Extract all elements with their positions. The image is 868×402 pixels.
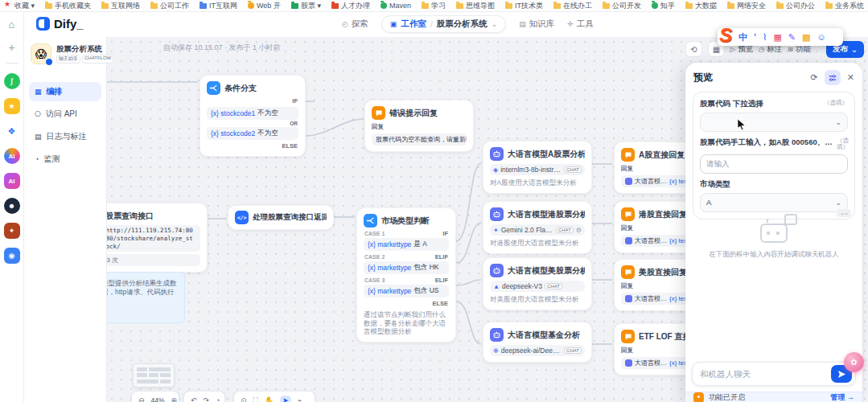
model-chip[interactable]: ✦ Gemini 2.0 Flash … CHAT ⚙ — [490, 224, 585, 236]
tools-icon: ✛ — [567, 20, 574, 28]
nav-explore[interactable]: ◴探索 — [342, 18, 368, 30]
canvas-note[interactable]: 模型提供分析结果生成数据，http请求、代码执行 — [107, 272, 185, 323]
rail-app-icon[interactable]: AI — [4, 148, 20, 164]
bookmark-item[interactable]: 学习 — [422, 1, 446, 11]
bookmark-item[interactable]: 股票 ▾ — [291, 1, 321, 11]
bookmark-folder-icon — [685, 3, 693, 9]
chat-input[interactable] — [700, 369, 831, 379]
ime-icon[interactable]: ’ — [754, 33, 756, 42]
node-http-request[interactable]: 股票查询接口 GET http://111.119.215.74:8080/st… — [107, 203, 208, 273]
input-settings-icon[interactable] — [825, 70, 841, 85]
bookmark-item[interactable]: 网络安全 — [727, 1, 766, 11]
rail-app-icon[interactable]: ❖ — [4, 123, 20, 139]
zoom-level[interactable]: 44% — [151, 396, 165, 402]
node-condition-branch[interactable]: 条件分支 IF {x} stockcode1不为空 OR {x} stockco… — [200, 75, 306, 157]
history-icon[interactable]: ◔ — [216, 396, 220, 402]
node-llm[interactable]: 大语言模型美股票分析 ▲ deepseek-V3 CHAT 对美股使用大语言模型… — [483, 257, 592, 310]
bookmark-item[interactable]: 知乎 — [652, 1, 675, 11]
ime-icon[interactable]: ☺ — [817, 33, 825, 42]
rail-app-icon[interactable]: AI — [4, 173, 20, 189]
sidebar-menu-item[interactable]: ◔ 监测 — [29, 150, 101, 169]
add-workspace-button[interactable]: + — [8, 41, 14, 57]
optional-hint: （选填） — [837, 137, 848, 151]
nav-knowledge[interactable]: ▤知识库 — [519, 18, 554, 30]
condition-icon — [207, 81, 220, 95]
node-llm[interactable]: 大语言模型基金分析 ❉ deepseek-ai/DeepSe… CHAT — [483, 322, 592, 363]
bookmark-item[interactable]: Maven — [381, 2, 411, 10]
stockcode-select[interactable]: ⌄ — [700, 113, 848, 132]
app-card[interactable]: 😱 股票分析系统 ⌄ 聊天助手 CHATFLOW — [24, 37, 106, 68]
redo-icon[interactable]: ↷ — [204, 396, 210, 402]
app-switcher-chevron-icon[interactable]: ⌄ — [97, 45, 102, 52]
restart-conversation-icon[interactable]: ⟳ — [811, 72, 818, 83]
close-icon[interactable]: ✕ — [847, 72, 854, 83]
dify-logo[interactable]: Dify_ — [36, 17, 84, 31]
model-chip[interactable]: ❉ deepseek-ai/DeepSe… CHAT — [490, 345, 585, 356]
bookmark-item[interactable]: 业务系统 — [825, 1, 864, 11]
hand-mode-icon[interactable]: ✋ — [265, 396, 274, 402]
node-llm[interactable]: 大语言模型A股票分析 ◈ internlm3-8b-instruct CHAT … — [483, 141, 592, 194]
ime-icon[interactable]: ▩ — [802, 33, 810, 42]
bookmark-item[interactable]: 思维导图 — [456, 1, 495, 11]
explore-icon: ◴ — [342, 20, 348, 28]
canvas-minimap[interactable] — [133, 363, 175, 388]
ime-icon[interactable]: ⌇ — [763, 33, 767, 42]
ime-icon[interactable]: ✎ — [788, 33, 796, 42]
ref-node-name: 大语言模… — [635, 177, 667, 186]
nav-studio-breadcrumb[interactable]: ▣ 工作室 / 股票分析系统 ⌄ — [381, 15, 506, 33]
bookmark-item[interactable]: 大数据 — [685, 1, 717, 11]
sidebar-menu-item[interactable]: ⎔ 访问 API — [29, 105, 101, 124]
ime-icon[interactable]: ▦ — [773, 33, 781, 42]
add-node-icon[interactable]: ⊙ — [241, 396, 247, 402]
nav-tools[interactable]: ✛工具 — [567, 18, 594, 30]
optional-hint: （选填） — [824, 99, 848, 107]
bookmark-item[interactable]: 人才办理 — [331, 1, 370, 11]
bookmark-folder-icon — [422, 3, 429, 9]
zoom-out-icon[interactable]: ⊖ — [138, 396, 145, 402]
organize-icon[interactable]: ⛶ — [253, 396, 258, 402]
reply-text: 股票代码为空不能查询，请重新输入 — [372, 133, 467, 146]
zoom-in-icon[interactable]: ⊕ — [171, 396, 178, 402]
else-label: ELSE — [208, 142, 298, 150]
sidebar-menu-item[interactable]: ▤ 日志与标注 — [29, 127, 101, 146]
export-icon[interactable]: ⌁ — [298, 396, 302, 402]
bookmark-item[interactable]: 公司办公 — [776, 1, 815, 11]
bookmark-item[interactable]: Web 开 — [248, 1, 281, 11]
bookmark-item[interactable]: 互联网络 — [101, 1, 140, 11]
bookmark-item[interactable]: IT技术类 — [505, 1, 543, 11]
undo-icon[interactable]: ↶ — [191, 396, 197, 402]
model-chip[interactable]: ◈ internlm3-8b-instruct CHAT — [490, 164, 585, 175]
node-code-process[interactable]: </> 处理股票查询接口返回 — [228, 205, 334, 230]
ime-icon[interactable]: 中 — [738, 33, 747, 42]
collapse-forms-chip[interactable]: ⌄⌄ — [837, 209, 851, 217]
bookmark-label: 学习 — [431, 1, 446, 11]
node-error-reply[interactable]: 错误提示回复 回复 股票代码为空不能查询，请重新输入 — [364, 100, 474, 152]
rail-app-icon[interactable]: ◉ — [4, 248, 20, 264]
bookmark-item[interactable]: 公司开发 — [603, 1, 641, 11]
emoji-sticker[interactable]: ✿ — [844, 352, 864, 372]
bookmark-item[interactable]: 收藏 ▾ — [5, 1, 35, 11]
bookmark-item[interactable]: 在线办工 — [553, 1, 592, 11]
rail-app-icon[interactable]: ★ — [4, 98, 20, 114]
sogou-logo[interactable]: S — [719, 24, 732, 47]
home-icon[interactable]: ⌂ — [9, 18, 15, 35]
pointer-mode-icon[interactable]: ➤ — [280, 396, 291, 402]
model-settings-icon[interactable]: ⚙ — [576, 227, 582, 234]
rail-app-icon[interactable]: ✦ — [4, 223, 20, 239]
bookmark-label: 手机收藏夹 — [55, 1, 91, 11]
bookmark-item[interactable]: 手机收藏夹 — [45, 1, 91, 11]
market-type-select[interactable]: A ⌄ — [700, 193, 848, 212]
rail-app-icon[interactable]: ☻ — [4, 198, 20, 214]
bookmark-item[interactable]: 公司工作 — [150, 1, 189, 11]
rail-app-icon[interactable]: ∫ — [4, 73, 20, 89]
node-market-type[interactable]: 市场类型判断 CASE 1IF {x} markettype是 A CASE 2… — [356, 207, 456, 343]
restore-icon[interactable]: ⟲ — [685, 41, 702, 57]
answer-icon — [621, 265, 635, 279]
model-chip[interactable]: ▲ deepseek-V3 CHAT — [490, 281, 585, 292]
manage-link[interactable]: 管理 → — [830, 392, 854, 402]
node-llm[interactable]: 大语言模型港股票分析 ✦ Gemini 2.0 Flash … CHAT ⚙ 对… — [483, 201, 592, 254]
bookmark-item[interactable]: IT互联网 — [200, 1, 237, 11]
stockcode-manual-input[interactable] — [700, 154, 848, 174]
sidebar-menu-item[interactable]: ▦ 编排 — [29, 82, 101, 101]
bookmark-folder-icon — [603, 3, 610, 9]
